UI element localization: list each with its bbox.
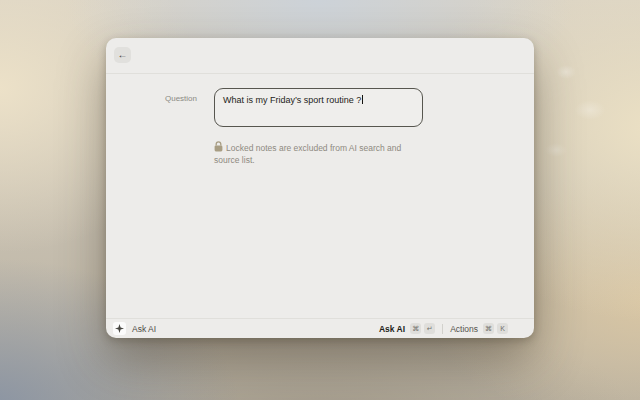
- question-input-value: What is my Friday’s sport routine ?: [223, 95, 361, 105]
- question-input[interactable]: What is my Friday’s sport routine ?: [214, 88, 423, 127]
- ask-ai-submit-label: Ask AI: [379, 324, 405, 334]
- window-header: ←: [106, 38, 534, 74]
- actions-menu-label: Actions: [450, 324, 478, 334]
- return-key-badge: ↵: [424, 323, 435, 334]
- footer-command: Ask AI: [113, 322, 156, 335]
- ask-ai-command-icon: [113, 322, 126, 335]
- locked-notes-hint: Locked notes are excluded from AI search…: [214, 141, 427, 166]
- footer-actions: Ask AI ⌘ ↵ Actions ⌘ K: [379, 323, 508, 334]
- ask-ai-submit-button[interactable]: Ask AI ⌘ ↵: [379, 323, 435, 334]
- command-key-badge: ⌘: [410, 323, 421, 334]
- sparkle-icon: [115, 324, 124, 333]
- desktop-background: ← Question What is my Friday’s sport rou…: [0, 0, 640, 400]
- question-label: Question: [106, 94, 197, 103]
- ask-ai-dialog: ← Question What is my Friday’s sport rou…: [106, 38, 534, 338]
- footer-command-label: Ask AI: [132, 324, 156, 334]
- locked-notes-hint-text: Locked notes are excluded from AI search…: [214, 143, 401, 165]
- actions-menu-button[interactable]: Actions ⌘ K: [450, 323, 508, 334]
- back-button[interactable]: ←: [114, 47, 131, 63]
- back-arrow-icon: ←: [118, 50, 128, 60]
- command-key-badge: ⌘: [483, 323, 494, 334]
- window-footer: Ask AI Ask AI ⌘ ↵ Actions ⌘ K: [106, 318, 534, 338]
- lock-icon: [214, 141, 223, 152]
- k-key-badge: K: [497, 323, 508, 334]
- text-cursor: [362, 95, 363, 104]
- footer-divider: [442, 324, 443, 334]
